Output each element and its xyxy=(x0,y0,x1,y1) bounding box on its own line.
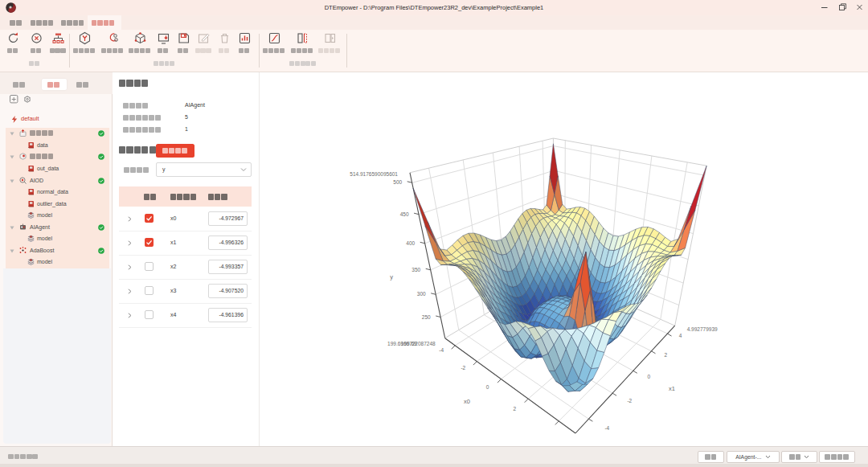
svg-text:x0: x0 xyxy=(464,398,470,405)
svg-text:0: 0 xyxy=(647,374,650,379)
svg-text:250: 250 xyxy=(422,314,431,320)
svg-text:0: 0 xyxy=(486,384,489,390)
svg-text:4: 4 xyxy=(679,333,682,338)
svg-text:2: 2 xyxy=(664,352,667,358)
svg-text:514.9176590095601: 514.9176590095601 xyxy=(350,171,398,177)
svg-text:x1: x1 xyxy=(669,385,675,392)
svg-text:-2: -2 xyxy=(627,398,632,404)
svg-text:199.69: 199.69 xyxy=(401,341,417,346)
svg-text:4.992779939: 4.992779939 xyxy=(687,326,718,332)
svg-text:300: 300 xyxy=(417,291,426,297)
svg-text:450: 450 xyxy=(400,211,409,217)
svg-text:500: 500 xyxy=(393,179,402,185)
svg-text:-4: -4 xyxy=(604,425,609,431)
svg-text:-4: -4 xyxy=(439,347,444,353)
svg-text:-2: -2 xyxy=(461,365,465,371)
svg-text:350: 350 xyxy=(411,267,420,272)
svg-text:2: 2 xyxy=(513,406,516,412)
svg-text:y: y xyxy=(390,273,393,281)
svg-text:400: 400 xyxy=(406,240,415,246)
